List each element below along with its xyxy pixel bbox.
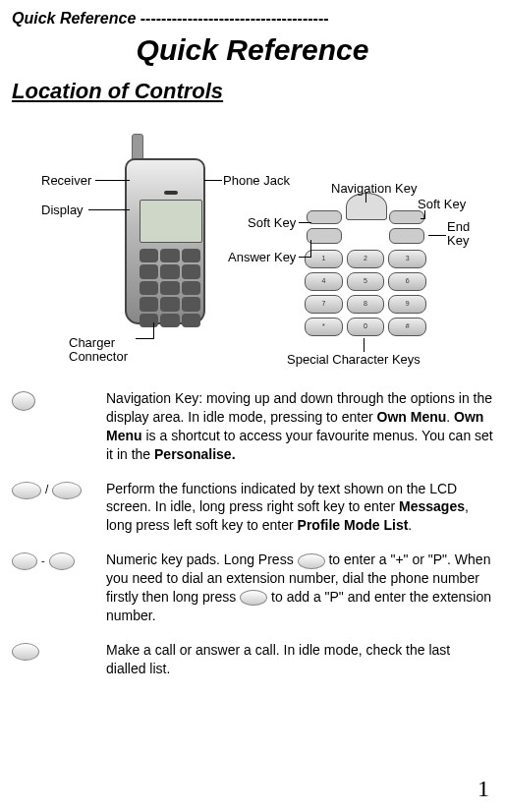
label-charger-connector-2: Connector [69,349,128,364]
numeric-key-icon [12,552,37,570]
call-key-icon [12,643,39,661]
numeric-key-icon [49,552,75,570]
section-title: Location of Controls [12,79,493,104]
phone-diagram: Receiver Display Charger Connector Phone… [12,124,493,370]
label-display: Display [41,203,84,217]
label-receiver: Receiver [41,173,91,188]
soft-key-icon [12,482,41,499]
leader-line [424,210,425,218]
label-charger-connector-1: Charger [69,335,115,350]
leader-line [136,338,153,339]
leader-line [365,193,366,203]
desc-row-call: Make a call or answer a call. In idle mo… [12,641,493,678]
keypad-small-icon [140,249,200,327]
label-soft-key-left: Soft Key [248,215,296,230]
leader-line [364,338,365,352]
nav-key-icon [12,391,35,411]
leader-line [421,218,425,219]
label-end-key-2: Key [447,233,469,248]
label-special-character-keys: Special Character Keys [287,352,421,367]
label-end-key-1: End [447,219,470,234]
label-navigation-key: Navigation Key [331,181,417,196]
leader-line [88,209,130,210]
screen-icon [140,200,202,243]
desc-nav-text: Navigation Key: moving up and down throu… [106,389,493,464]
label-soft-key-right: Soft Key [418,197,466,211]
zero-key-icon [240,590,267,606]
soft-key-icon [52,482,82,499]
header-dashes: ------------------------------------ [140,10,329,27]
desc-numeric-text: Numeric key pads. Long Press to enter a … [106,551,493,625]
end-key-icon [389,228,424,244]
leader-line [428,235,446,236]
answer-key-icon [307,228,342,244]
leader-line [310,240,311,258]
phone-body-icon [125,158,205,324]
descriptions-section: Navigation Key: moving up and down throu… [12,389,493,678]
zero-key-icon [298,553,325,569]
running-title: Quick Reference [12,10,136,27]
desc-call-text: Make a call or answer a call. In idle mo… [106,641,493,678]
desc-row-softkeys: / Perform the functions indicated by tex… [12,480,493,536]
leader-line [153,322,154,339]
earpiece-icon [164,191,178,195]
page-title: Quick Reference [12,33,493,67]
leader-line [299,222,311,223]
label-answer-key: Answer Key [228,250,296,264]
leader-line [204,180,222,181]
soft-key-right-icon [389,210,424,224]
desc-softkeys-text: Perform the functions indicated by text … [106,480,493,536]
leader-line [95,180,130,181]
desc-row-nav: Navigation Key: moving up and down throu… [12,389,493,464]
desc-row-numeric: - Numeric key pads. Long Press to enter … [12,551,493,625]
keypad-enlarged: 123 456 789 *0# [297,193,434,340]
phone-illustration [120,134,208,330]
label-phone-jack: Phone Jack [223,173,290,188]
numeric-keypad-icon: 123 456 789 *0# [305,250,426,336]
page-number: 1 [477,776,489,802]
soft-key-left-icon [307,210,342,224]
nav-key-icon [346,193,387,220]
running-header: Quick Reference ------------------------… [12,10,493,28]
leader-line [299,257,310,258]
